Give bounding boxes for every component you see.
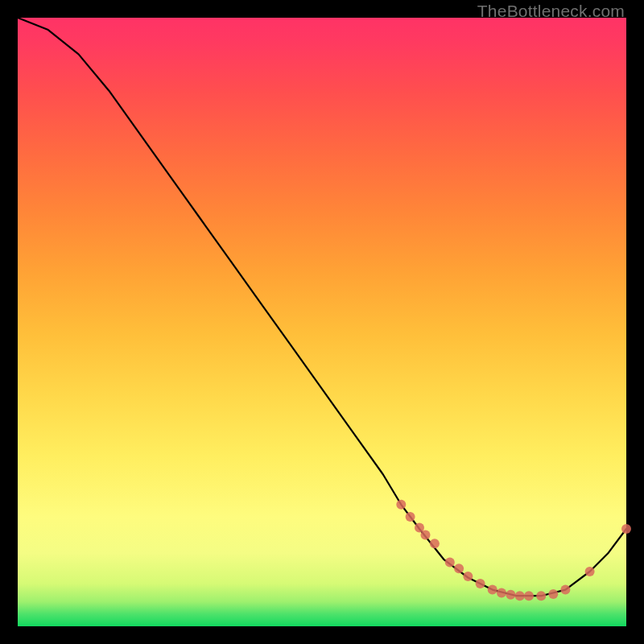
highlight-point — [476, 579, 485, 588]
highlight-point — [463, 572, 473, 581]
highlight-point — [421, 530, 431, 540]
chart-frame: TheBottleneck.com — [0, 0, 644, 644]
highlight-point — [536, 591, 546, 601]
highlight-point — [515, 591, 525, 601]
highlight-point — [488, 585, 497, 595]
highlight-point — [406, 512, 415, 522]
watermark-text: TheBottleneck.com — [477, 2, 625, 21]
highlight-point — [454, 564, 464, 573]
highlight-point — [497, 588, 506, 597]
bottleneck-curve — [18, 18, 626, 596]
highlight-point — [430, 539, 440, 548]
highlight-point — [585, 567, 595, 576]
highlight-point — [506, 590, 515, 600]
highlight-point — [396, 500, 406, 510]
highlight-point — [548, 589, 558, 599]
highlight-point — [445, 558, 455, 568]
highlight-point — [560, 585, 570, 595]
chart-svg — [0, 0, 644, 644]
highlight-point — [524, 591, 534, 601]
highlight-point — [621, 524, 631, 534]
